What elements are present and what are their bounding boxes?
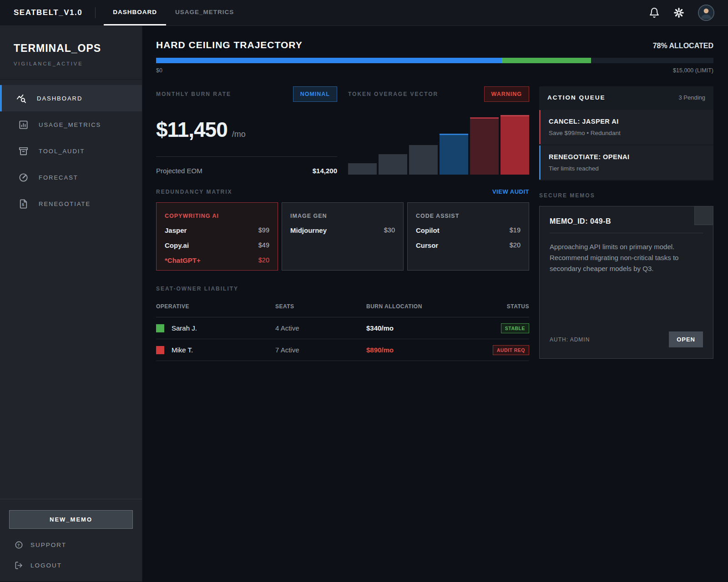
- col-burn-allocation: BURN ALLOCATION: [366, 303, 507, 310]
- col-operative: OPERATIVE: [156, 303, 275, 310]
- sidebar-item-forecast[interactable]: FORECAST: [0, 164, 142, 191]
- memo-divider: [550, 233, 703, 233]
- chart-bar: [500, 115, 529, 175]
- memo-corner-notch: [694, 206, 713, 225]
- card-title: IMAGE GEN: [290, 213, 395, 219]
- avatar[interactable]: [698, 5, 714, 21]
- svg-text:?: ?: [17, 543, 20, 547]
- logout-label: LOGOUT: [30, 562, 62, 569]
- tool-name: Cursor: [416, 241, 438, 249]
- chart-bar: [348, 163, 377, 175]
- liability-section: SEAT-OWNER LIABILITY OPERATIVE SEATS BUR…: [156, 284, 529, 361]
- tool-name: Midjourney: [290, 226, 327, 234]
- table-row[interactable]: Mike T. 7 Active $890/mo AUDIT REQ: [156, 339, 529, 361]
- tab-usage-metrics[interactable]: USAGE_METRICS: [166, 0, 243, 25]
- sidebar-status: VIGILANCE_ACTIVE: [14, 61, 128, 66]
- sidebar-item-renegotiate[interactable]: $ RENEGOTIATE: [0, 191, 142, 217]
- memo-id: MEMO_ID: 049-B: [550, 217, 703, 226]
- new-memo-button[interactable]: NEW_MEMO: [9, 510, 133, 529]
- seats-value: 7 Active: [275, 346, 366, 354]
- monthly-burn-card: MONTHLY BURN RATE NOMINAL $11,450 /mo Pr…: [156, 86, 337, 175]
- sidebar-item-label: FORECAST: [39, 174, 78, 181]
- operative-color-swatch: [156, 346, 164, 354]
- gear-icon[interactable]: [673, 7, 684, 18]
- hard-ceiling-section: HARD CEILING TRAJECTORY 78% ALLOCATED $0…: [156, 40, 713, 74]
- tool-price: $20: [258, 256, 269, 264]
- pending-count: 3 Pending: [678, 94, 705, 101]
- chart-bar: [379, 154, 407, 175]
- operative-color-swatch: [156, 324, 164, 332]
- nominal-badge: NOMINAL: [293, 86, 337, 102]
- support-link[interactable]: ? SUPPORT: [9, 541, 133, 549]
- tool-price: $30: [384, 226, 395, 234]
- sidebar-item-label: USAGE_METRICS: [39, 121, 101, 128]
- memo-card: MEMO_ID: 049-B Approaching API limits on…: [539, 206, 713, 359]
- memo-auth: AUTH: ADMIN: [550, 336, 590, 343]
- warning-badge: WARNING: [484, 86, 529, 102]
- action-queue-label: ACTION QUEUE: [547, 94, 606, 101]
- burn-value: $340/mo: [366, 324, 501, 332]
- view-audit-link[interactable]: VIEW AUDIT: [492, 188, 529, 195]
- tool-name: Jasper: [165, 226, 187, 234]
- tool-row: Copy.ai $49: [165, 241, 269, 249]
- open-memo-button[interactable]: OPEN: [669, 331, 703, 347]
- status-badge: AUDIT REQ: [493, 345, 529, 355]
- topbar-tabs: DASHBOARD USAGE_METRICS: [104, 0, 243, 25]
- gauge-icon: [18, 172, 29, 183]
- allocated-label: 78% ALLOCATED: [653, 42, 713, 50]
- sidebar-item-usage-metrics[interactable]: USAGE_METRICS: [0, 111, 142, 138]
- app-brand: SEATBELT_V1.0: [0, 0, 95, 25]
- tool-row: Jasper $99: [165, 226, 269, 234]
- memo-body: Approaching API limits on primary model.…: [550, 241, 703, 274]
- bell-icon[interactable]: [649, 7, 660, 18]
- burn-value: $890/mo: [366, 346, 493, 354]
- sidebar-item-label: RENEGOTIATE: [39, 201, 91, 207]
- svg-text:$: $: [22, 202, 25, 207]
- tool-name: *ChatGPT+: [165, 256, 201, 264]
- burn-label: MONTHLY BURN RATE: [156, 91, 231, 97]
- projected-eom-label: Projected EOM: [156, 167, 202, 175]
- table-row[interactable]: Sarah J. 4 Active $340/mo STABLE: [156, 317, 529, 339]
- liability-table: OPERATIVE SEATS BURN ALLOCATION STATUS S…: [156, 303, 529, 361]
- tool-row: Midjourney $30: [290, 226, 395, 234]
- sidebar-item-label: DASHBOARD: [37, 95, 82, 102]
- main-content: HARD CEILING TRAJECTORY 78% ALLOCATED $0…: [142, 26, 728, 582]
- chart-bar: [470, 117, 499, 175]
- help-circle-icon: ?: [15, 541, 23, 549]
- chart-bar: [440, 134, 468, 175]
- card-title: COPYWRITING AI: [165, 213, 269, 219]
- progress-green-segment: [502, 58, 591, 63]
- redundancy-label: REDUNDANCY MATRIX: [156, 189, 233, 195]
- col-seats: SEATS: [275, 303, 366, 310]
- sidebar-item-dashboard[interactable]: DASHBOARD: [0, 85, 142, 111]
- redundancy-card-code-assist: CODE ASSIST Copilot $19 Cursor $20: [407, 202, 529, 271]
- burn-divider: [156, 156, 337, 157]
- token-overage-card: TOKEN OVERAGE VECTOR WARNING: [348, 86, 529, 175]
- sidebar-nav: DASHBOARD USAGE_METRICS TOOL_AUDIT FOREC…: [0, 80, 142, 217]
- bar-chart-icon: [18, 120, 29, 130]
- action-queue-panel: ACTION QUEUE 3 Pending CANCEL: JASPER AI…: [539, 86, 713, 181]
- sidebar-item-tool-audit[interactable]: TOOL_AUDIT: [0, 138, 142, 164]
- progress-max-label: $15,000 (LIMIT): [673, 67, 713, 74]
- queue-item-renegotiate-openai[interactable]: RENEGOTIATE: OPENAI Tier limits reached: [539, 146, 713, 180]
- queue-item-cancel-jasper[interactable]: CANCEL: JASPER AI Save $99/mo • Redundan…: [539, 110, 713, 144]
- overage-label: TOKEN OVERAGE VECTOR: [348, 91, 438, 97]
- tab-dashboard[interactable]: DASHBOARD: [104, 0, 166, 25]
- operative-name: Mike T.: [172, 346, 193, 354]
- logout-icon: [15, 561, 23, 570]
- redundancy-card-copywriting: COPYWRITING AI Jasper $99 Copy.ai $49 *C…: [156, 202, 278, 271]
- projected-eom-value: $14,200: [313, 167, 337, 175]
- queue-item-subtitle: Save $99/mo • Redundant: [549, 130, 705, 136]
- archive-icon: [18, 146, 29, 156]
- logout-link[interactable]: LOGOUT: [9, 561, 133, 570]
- support-label: SUPPORT: [30, 542, 66, 548]
- status-badge: STABLE: [501, 323, 529, 333]
- sidebar-title: TERMINAL_OPS: [14, 42, 128, 55]
- invoice-dollar-icon: $: [18, 199, 29, 209]
- liability-label: SEAT-OWNER LIABILITY: [156, 286, 238, 292]
- topbar-divider: [95, 7, 96, 18]
- progress-min-label: $0: [156, 67, 162, 74]
- tool-row: Copilot $19: [416, 226, 521, 234]
- chart-bar: [409, 145, 438, 175]
- topbar-actions: [649, 0, 728, 25]
